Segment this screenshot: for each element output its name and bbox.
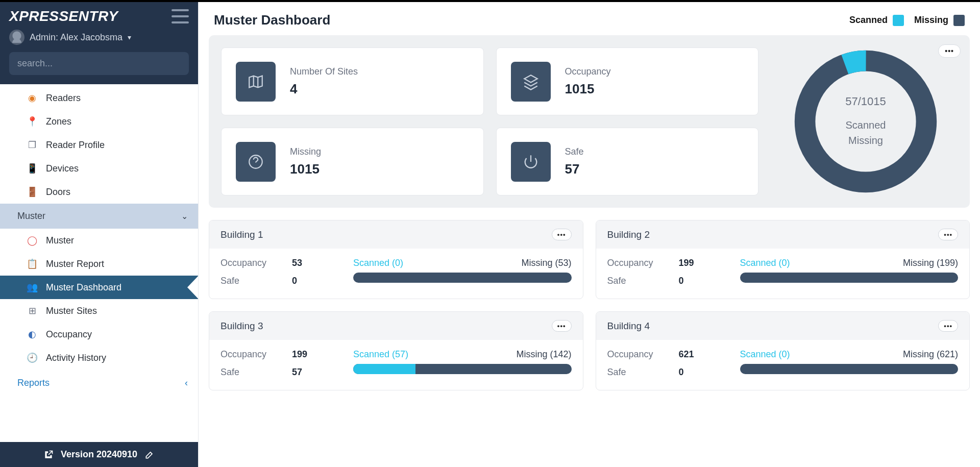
card-menu-button[interactable]: ••• <box>938 229 958 240</box>
progress-scanned-label: Scanned (0) <box>740 349 790 360</box>
building-card: Building 4 ••• Occupancy 621 Safe 0 Scan… <box>596 311 970 390</box>
donut-chart: ••• 57/1015 ScannedMissing <box>774 47 958 195</box>
card-value: 1015 <box>565 81 611 97</box>
sidebar-item-label: Muster Report <box>46 259 104 269</box>
map-icon <box>236 62 276 102</box>
summary-card-missing: Missing 1015 <box>221 128 484 195</box>
swatch-missing <box>953 15 965 26</box>
menu-toggle-icon[interactable] <box>172 9 189 23</box>
stat-label-safe: Safe <box>220 367 292 378</box>
sidebar-item-zones[interactable]: 📍 Zones <box>0 110 198 133</box>
summary-card-safe: Safe 57 <box>496 128 759 195</box>
card-menu-button[interactable]: ••• <box>938 320 958 332</box>
progress-scanned-label: Scanned (0) <box>353 258 403 268</box>
sidebar-header: XPRESSENTRY Admin: Alex Jacobsma ▾ <box>0 2 198 84</box>
progress-missing-label: Missing (199) <box>903 258 958 268</box>
building-card: Building 3 ••• Occupancy 199 Safe 57 Sca… <box>209 311 583 390</box>
card-menu-button[interactable]: ••• <box>552 229 572 240</box>
building-stats: Occupancy 53 Safe 0 <box>220 258 333 286</box>
phone-icon: 📱 <box>27 163 38 174</box>
summary-card-occupancy: Occupancy 1015 <box>496 47 759 115</box>
chart-legend: Scanned Missing <box>849 15 965 26</box>
building-progress: Scanned (0) Missing (199) <box>740 258 959 283</box>
progress-bar <box>740 364 959 374</box>
sidebar-item-muster-report[interactable]: 📋 Muster Report <box>0 252 198 276</box>
main-content: Muster Dashboard Scanned Missing <box>199 2 980 467</box>
sidebar-item-label: Reader Profile <box>46 140 105 151</box>
clock-icon: 🕘 <box>27 352 38 363</box>
layers-icon <box>511 62 551 102</box>
version-bar[interactable]: Version 20240910 <box>0 442 198 467</box>
stat-value-safe: 0 <box>679 367 720 378</box>
building-card-body: Occupancy 199 Safe 0 Scanned (0) Missing… <box>596 249 970 299</box>
question-icon <box>236 142 276 182</box>
user-menu[interactable]: Admin: Alex Jacobsma ▾ <box>9 30 189 45</box>
swatch-scanned <box>893 15 904 26</box>
card-value: 1015 <box>290 161 321 177</box>
stat-label-occupancy: Occupancy <box>607 258 679 268</box>
building-stats: Occupancy 199 Safe 57 <box>220 349 333 378</box>
sidebar-item-label: Occupancy <box>46 329 92 340</box>
sidebar-section-label: Muster <box>17 211 45 222</box>
sites-icon: ⊞ <box>27 305 38 316</box>
chevron-down-icon: ⌄ <box>181 211 188 221</box>
sidebar-item-muster-sites[interactable]: ⊞ Muster Sites <box>0 299 198 323</box>
sidebar-item-label: Zones <box>46 116 71 127</box>
sidebar-item-label: Muster Dashboard <box>46 282 121 293</box>
export-icon <box>43 450 54 460</box>
app-logo: XPRESSENTRY <box>9 8 118 24</box>
sidebar-item-readers[interactable]: ◉ Readers <box>0 86 198 110</box>
power-icon <box>511 142 551 182</box>
sidebar-item-reports[interactable]: Reports ‹ <box>0 370 198 397</box>
building-title: Building 4 <box>607 321 650 332</box>
chevron-left-icon: ‹ <box>185 378 188 388</box>
card-label: Occupancy <box>565 66 611 77</box>
sidebar-item-label: Devices <box>46 163 79 174</box>
summary-card-sites: Number Of Sites 4 <box>221 47 484 115</box>
summary-panel: Number Of Sites 4 Occupancy 1015 <box>209 35 970 208</box>
buildings-grid: Building 1 ••• Occupancy 53 Safe 0 Scann… <box>209 220 970 390</box>
building-card-header: Building 4 ••• <box>596 312 970 340</box>
avatar-icon <box>9 30 24 45</box>
search-input[interactable] <box>9 52 189 75</box>
donut-center-text: 57/1015 ScannedMissing <box>845 95 886 148</box>
sidebar-item-activity-history[interactable]: 🕘 Activity History <box>0 346 198 370</box>
sidebar-item-devices[interactable]: 📱 Devices <box>0 157 198 180</box>
clipboard-icon: 📋 <box>27 258 38 269</box>
progress-bar <box>740 273 959 283</box>
building-stats: Occupancy 621 Safe 0 <box>607 349 720 378</box>
sidebar-item-muster-dashboard[interactable]: 👥 Muster Dashboard <box>0 276 198 299</box>
stat-value-safe: 57 <box>292 367 333 378</box>
edit-icon <box>144 450 155 460</box>
legend-scanned: Scanned <box>849 15 904 26</box>
sidebar-item-label: Activity History <box>46 353 106 363</box>
card-value: 57 <box>565 161 584 177</box>
building-progress: Scanned (0) Missing (621) <box>740 349 959 374</box>
sidebar-item-label: Doors <box>46 187 70 198</box>
chart-menu-button[interactable]: ••• <box>938 44 961 58</box>
sidebar-item-label: Readers <box>46 93 81 104</box>
sidebar-item-label: Reports <box>17 378 50 388</box>
stat-value-occupancy: 199 <box>679 258 720 268</box>
sidebar-item-doors[interactable]: 🚪 Doors <box>0 180 198 204</box>
wifi-icon: ◉ <box>27 92 38 104</box>
sidebar-section-muster[interactable]: Muster ⌄ <box>0 204 198 229</box>
stat-label-safe: Safe <box>220 276 292 286</box>
pin-icon: 📍 <box>27 116 38 127</box>
card-menu-button[interactable]: ••• <box>552 320 572 332</box>
stat-label-occupancy: Occupancy <box>607 349 679 360</box>
gauge-icon: ◐ <box>27 329 38 340</box>
sidebar-item-occupancy[interactable]: ◐ Occupancy <box>0 323 198 346</box>
stat-value-occupancy: 199 <box>292 349 333 360</box>
card-label: Missing <box>290 146 321 157</box>
stat-label-safe: Safe <box>607 367 679 378</box>
building-progress: Scanned (0) Missing (53) <box>353 258 572 283</box>
sidebar-item-muster[interactable]: ◯ Muster <box>0 229 198 252</box>
stat-label-occupancy: Occupancy <box>220 349 292 360</box>
page-header: Muster Dashboard Scanned Missing <box>199 2 980 35</box>
building-card-body: Occupancy 53 Safe 0 Scanned (0) Missing … <box>209 249 583 299</box>
stat-label-safe: Safe <box>607 276 679 286</box>
sidebar-item-reader-profile[interactable]: ❐ Reader Profile <box>0 133 198 157</box>
sidebar-item-label: Muster Sites <box>46 306 97 316</box>
progress-missing-label: Missing (53) <box>521 258 571 268</box>
